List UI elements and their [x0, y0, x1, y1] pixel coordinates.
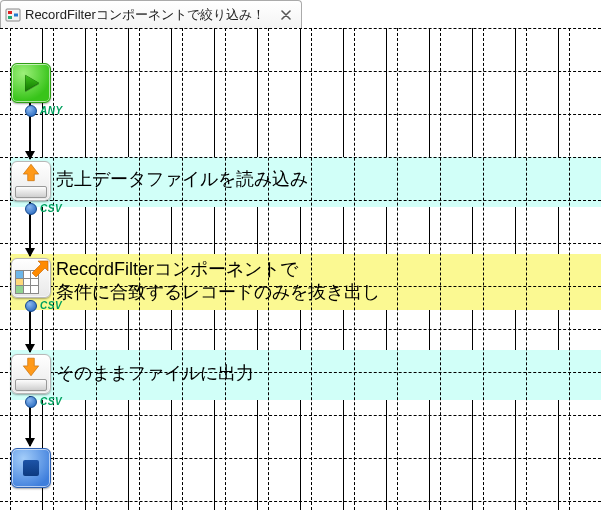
write-file-node[interactable] [11, 354, 51, 394]
port-label-csv-3: CSV [40, 396, 62, 407]
end-node[interactable] [11, 448, 51, 488]
tray-icon [15, 186, 47, 198]
port-label-csv-1: CSV [40, 203, 62, 214]
read-file-node[interactable] [11, 161, 51, 201]
flow-file-icon [5, 7, 21, 23]
stop-icon [23, 460, 39, 476]
tray-icon [15, 379, 47, 391]
port-start-out[interactable] [25, 105, 37, 117]
start-node[interactable] [11, 63, 51, 103]
arrow-up-icon [20, 162, 42, 184]
svg-marker-5 [26, 75, 39, 90]
record-filter-node[interactable] [11, 258, 51, 298]
close-icon[interactable] [279, 8, 293, 22]
svg-rect-3 [14, 13, 18, 16]
arrow-diag-icon [29, 260, 49, 280]
svg-rect-1 [8, 11, 12, 14]
tab-title: RecordFilterコンポーネントで絞り込み！ [25, 6, 265, 24]
port-read-out[interactable] [25, 203, 37, 215]
arrow-down-icon [20, 356, 42, 378]
svg-marker-7 [32, 261, 48, 277]
editor-tab[interactable]: RecordFilterコンポーネントで絞り込み！ [0, 0, 302, 29]
flow-canvas[interactable]: // placeholder for clarity; grid drawn b… [0, 28, 601, 510]
tab-bar: RecordFilterコンポーネントで絞り込み！ [0, 0, 601, 29]
port-label-any: ANY [40, 105, 63, 116]
port-filter-out[interactable] [25, 300, 37, 312]
play-icon [20, 72, 42, 94]
svg-marker-8 [23, 358, 38, 376]
read-file-label: 売上データファイルを読み込み [56, 168, 308, 191]
port-write-out[interactable] [25, 396, 37, 408]
filter-label-line2: 条件に合致するレコードのみを抜き出し [56, 281, 380, 304]
filter-label-line1: RecordFilterコンポーネントで [56, 258, 298, 281]
svg-marker-6 [23, 164, 38, 181]
svg-rect-2 [8, 16, 12, 19]
write-file-label: そのままファイルに出力 [56, 362, 254, 385]
